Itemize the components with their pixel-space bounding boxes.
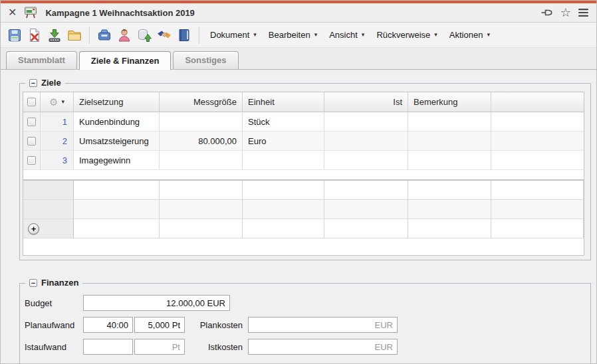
select-all-cell: [23, 92, 41, 112]
cell-messgroesse[interactable]: [160, 112, 243, 132]
tabbar: Stammblatt Ziele & Finanzen Sonstiges: [1, 48, 596, 70]
cell-messgroesse[interactable]: [160, 151, 243, 170]
phone-button[interactable]: [94, 26, 114, 45]
empty-row: [23, 181, 584, 200]
collapse-icon[interactable]: −: [29, 279, 37, 287]
menu-aktionen[interactable]: Aktionen ▾: [443, 26, 496, 45]
cell-zielsetzung[interactable]: Kundenbindung: [74, 112, 160, 132]
row-number-cell[interactable]: 2: [41, 132, 74, 151]
column-header-empty: [491, 92, 584, 112]
tab-panel-ziele-finanzen: − Ziele ⚙ ▾ Zielsetzung Mess: [1, 70, 596, 364]
save-button[interactable]: [5, 26, 25, 45]
istaufwand-time-input[interactable]: [83, 339, 133, 355]
cell-bemerkung[interactable]: [408, 112, 491, 132]
column-menu-cell[interactable]: ⚙ ▾: [41, 92, 74, 112]
star-icon[interactable]: ☆: [560, 7, 571, 19]
chevron-down-icon: ▾: [434, 32, 437, 38]
open-folder-button[interactable]: [64, 26, 84, 45]
contact-button[interactable]: [114, 26, 134, 45]
budget-label: Budget: [25, 298, 83, 308]
table-header-row: ⚙ ▾ Zielsetzung Messgröße Einheit Ist Be…: [23, 92, 584, 112]
cell-empty: [491, 200, 584, 219]
cell-empty: [243, 181, 324, 200]
partnership-button[interactable]: [154, 26, 174, 45]
menu-label: Ansicht: [329, 30, 358, 40]
cell-ist[interactable]: [324, 151, 408, 170]
table-row: 3 Imagegewinn: [23, 151, 584, 170]
tab-ziele-finanzen[interactable]: Ziele & Finanzen: [79, 51, 172, 70]
toolbar-separator: [89, 27, 90, 44]
window-title: Kampagne 1 Weihnachtsaktion 2019: [45, 8, 194, 18]
cell-empty: [408, 219, 491, 238]
chevron-down-icon: ▾: [61, 99, 64, 105]
empty-row-lead-cell: [23, 181, 74, 200]
menu-dokument[interactable]: Dokument ▾: [204, 26, 263, 45]
cell-einheit[interactable]: Stück: [243, 112, 324, 132]
cell-zielsetzung[interactable]: Imagegewinn: [74, 151, 160, 170]
close-icon[interactable]: ✕: [8, 7, 17, 18]
table-row: 1 Kundenbindung Stück: [23, 112, 584, 132]
row-select-cell: [23, 151, 41, 170]
empty-row: +: [23, 219, 584, 238]
column-header-zielsetzung[interactable]: Zielsetzung: [74, 92, 160, 112]
report-button[interactable]: [174, 26, 194, 45]
table-row: 2 Umsatzsteigerung 80.000,00 Euro: [23, 132, 584, 151]
istkosten-input[interactable]: [248, 339, 398, 355]
cell-messgroesse[interactable]: 80.000,00: [160, 132, 243, 151]
toolbar-separator: [199, 27, 199, 44]
cell-empty: [324, 219, 408, 238]
empty-row-lead-cell: [23, 200, 74, 219]
toolbar: Dokument ▾ Bearbeiten ▾ Ansicht ▾ Rückve…: [1, 23, 596, 48]
column-header-bemerkung[interactable]: Bemerkung: [408, 92, 491, 112]
chevron-down-icon: ▾: [487, 32, 490, 38]
cell-bemerkung[interactable]: [408, 151, 491, 170]
cell-ist[interactable]: [324, 112, 408, 132]
planaufwand-time-input[interactable]: [83, 317, 133, 333]
ziele-legend: − Ziele: [25, 78, 65, 88]
cell-einheit[interactable]: [243, 151, 324, 170]
save-icon: [7, 27, 23, 43]
cell-empty: [74, 219, 160, 238]
planaufwand-row: Planaufwand Plankosten: [25, 317, 590, 333]
budget-input[interactable]: [83, 295, 230, 311]
istaufwand-label: Istaufwand: [25, 342, 83, 352]
tab-stammblatt[interactable]: Stammblatt: [6, 51, 77, 69]
cell-empty: [491, 112, 584, 132]
menu-ansicht[interactable]: Ansicht ▾: [323, 26, 370, 45]
notebook-icon: [176, 27, 192, 43]
row-checkbox[interactable]: [27, 156, 36, 165]
budget-row: Budget: [25, 295, 590, 311]
cell-zielsetzung[interactable]: Umsatzsteigerung: [74, 132, 160, 151]
export-button[interactable]: [134, 26, 154, 45]
planaufwand-effort-input[interactable]: [134, 317, 185, 333]
add-row-button[interactable]: +: [28, 223, 39, 234]
istkosten-label: Istkosten: [191, 342, 248, 352]
column-header-messgroesse[interactable]: Messgröße: [160, 92, 243, 112]
menu-bearbeiten[interactable]: Bearbeiten ▾: [263, 26, 323, 45]
tab-sonstiges[interactable]: Sonstiges: [173, 51, 238, 69]
cell-empty: [491, 151, 584, 170]
row-checkbox[interactable]: [27, 137, 36, 145]
row-checkbox[interactable]: [27, 118, 36, 126]
ziele-table: ⚙ ▾ Zielsetzung Messgröße Einheit Ist Be…: [23, 92, 584, 256]
column-header-ist[interactable]: Ist: [324, 92, 408, 112]
discard-document-button[interactable]: [25, 26, 45, 45]
cell-einheit[interactable]: Euro: [243, 132, 324, 151]
check-in-button[interactable]: [45, 26, 64, 45]
menu-rueckverweise[interactable]: Rückverweise ▾: [370, 26, 443, 45]
table-filler: [23, 238, 584, 255]
column-header-einheit[interactable]: Einheit: [243, 92, 324, 112]
plankosten-input[interactable]: [248, 317, 398, 333]
menu-label: Aktionen: [449, 30, 483, 40]
pin-icon[interactable]: [540, 7, 554, 18]
gear-icon: ⚙: [49, 97, 58, 107]
istaufwand-effort-input[interactable]: [134, 339, 185, 355]
select-all-checkbox[interactable]: [27, 98, 36, 106]
cell-bemerkung[interactable]: [408, 132, 491, 151]
row-number-cell[interactable]: 1: [41, 112, 74, 132]
collapse-icon[interactable]: −: [29, 79, 37, 87]
hamburger-menu-icon[interactable]: [578, 8, 589, 17]
cell-ist-selected[interactable]: [324, 132, 408, 151]
row-number-cell[interactable]: 3: [41, 151, 74, 170]
ziele-legend-label: Ziele: [41, 78, 61, 88]
